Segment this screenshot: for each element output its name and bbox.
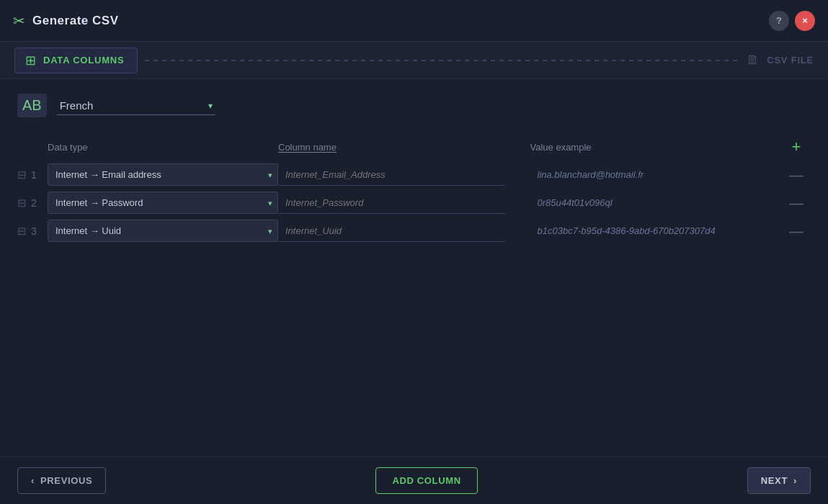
data-type-select-3[interactable]: Internet → Email address Internet → Pass… <box>48 220 278 242</box>
help-button[interactable]: ? <box>769 11 789 31</box>
previous-label: PREVIOUS <box>40 475 92 486</box>
table-header: Data type Column name Value example + <box>17 135 811 159</box>
row-grid-icon-2: ⊟ <box>17 197 27 210</box>
row-number-3: 3 <box>31 225 37 237</box>
data-type-select-2[interactable]: Internet → Email address Internet → Pass… <box>48 192 278 214</box>
step-csv-file[interactable]: 🗎 CSV FILE <box>747 53 814 68</box>
table-row: ⊟ 1 Internet → Email address Internet → … <box>17 163 811 186</box>
close-button[interactable]: × <box>795 11 815 31</box>
step2-label: CSV FILE <box>767 55 814 66</box>
bottom-bar: ‹ PREVIOUS ADD COLUMN NEXT › <box>0 456 828 504</box>
value-example-header: Value example <box>530 142 783 153</box>
remove-row-button-2[interactable]: — <box>782 196 811 210</box>
locale-select-wrapper: French English German Spanish ▾ <box>57 96 215 115</box>
add-column-button[interactable]: ADD COLUMN <box>375 467 477 494</box>
data-type-wrapper-3: Internet → Email address Internet → Pass… <box>48 220 278 242</box>
row-grid-icon-3: ⊟ <box>17 225 27 238</box>
generate-csv-icon: ✂ <box>13 12 25 30</box>
value-example-1: lina.blanchard@hotmail.fr <box>530 169 783 180</box>
value-example-3: b1c03bc7-b95d-4386-9abd-670b207307d4 <box>530 225 783 236</box>
table-row: ⊟ 3 Internet → Email address Internet → … <box>17 220 811 242</box>
value-example-2: 0r85u44t01v096ql <box>530 197 783 208</box>
data-type-wrapper-2: Internet → Email address Internet → Pass… <box>48 192 278 214</box>
remove-row-button-3[interactable]: — <box>782 224 811 238</box>
table-row: ⊟ 2 Internet → Email address Internet → … <box>17 192 811 214</box>
step-divider <box>145 60 739 61</box>
locale-icon: AB <box>17 94 47 117</box>
row-number-2: 2 <box>31 197 37 209</box>
main-container: ⊞ DATA COLUMNS 🗎 CSV FILE AB French Engl… <box>0 42 828 504</box>
next-chevron-icon: › <box>793 475 797 486</box>
column-name-input-2[interactable] <box>278 192 505 214</box>
step-data-columns[interactable]: ⊞ DATA COLUMNS <box>14 48 138 73</box>
title-bar: ✂ Generate CSV ? × <box>0 0 828 42</box>
locale-select[interactable]: French English German Spanish <box>57 96 215 115</box>
prev-chevron-icon: ‹ <box>31 475 35 486</box>
column-name-input-1[interactable] <box>278 164 505 186</box>
content-area: AB French English German Spanish ▾ Data … <box>0 79 828 456</box>
data-type-select-1[interactable]: Internet → Email address Internet → Pass… <box>48 163 278 186</box>
remove-row-button-1[interactable]: — <box>782 168 811 182</box>
add-column-label: ADD COLUMN <box>392 475 460 486</box>
row-grid-icon-1: ⊟ <box>17 168 27 181</box>
add-row-plus-button[interactable]: + <box>782 139 811 155</box>
next-label: NEXT <box>761 475 788 486</box>
title-text: Generate CSV <box>32 14 119 28</box>
column-name-header: Column name <box>278 142 530 153</box>
locale-row: AB French English German Spanish ▾ <box>17 94 811 117</box>
step2-icon: 🗎 <box>747 53 760 68</box>
next-button[interactable]: NEXT › <box>747 467 811 494</box>
data-type-wrapper-1: Internet → Email address Internet → Pass… <box>48 163 278 186</box>
step1-label: DATA COLUMNS <box>43 55 124 66</box>
step1-icon: ⊞ <box>25 53 36 68</box>
step-bar: ⊞ DATA COLUMNS 🗎 CSV FILE <box>0 42 828 79</box>
previous-button[interactable]: ‹ PREVIOUS <box>17 467 106 494</box>
column-name-input-3[interactable] <box>278 220 505 242</box>
data-type-header: Data type <box>48 142 278 153</box>
row-number-1: 1 <box>31 169 37 181</box>
